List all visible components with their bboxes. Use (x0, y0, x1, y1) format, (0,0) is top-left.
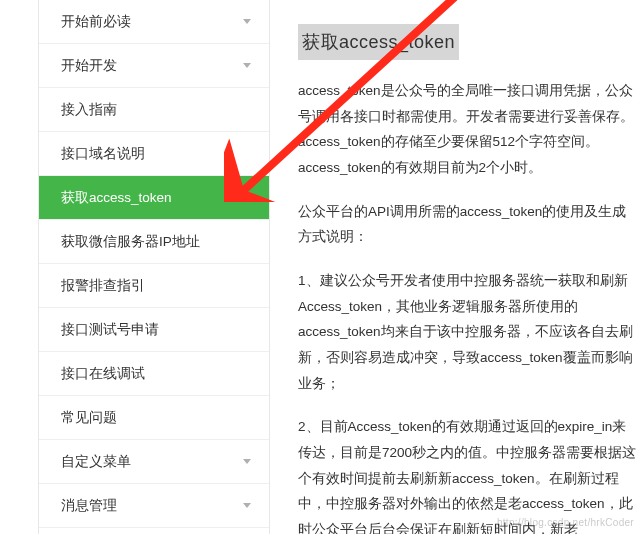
sidebar-item-label: 接口测试号申请 (61, 321, 159, 339)
sidebar-item-label: 报警排查指引 (61, 277, 145, 295)
sidebar-item-label: 接口在线调试 (61, 365, 145, 383)
intro-paragraph: access_token是公众号的全局唯一接口调用凭据，公众号调用各接口时都需使… (298, 78, 640, 181)
content-area: 获取access_token access_token是公众号的全局唯一接口调用… (270, 0, 640, 534)
page-title: 获取access_token (298, 24, 459, 60)
chevron-down-icon (243, 459, 251, 464)
sidebar-item-alarm-guide[interactable]: 报警排查指引 (39, 264, 269, 308)
chevron-down-icon (243, 63, 251, 68)
sidebar-nav: 开始前必读 开始开发 接入指南 接口域名说明 获取access_token 获取… (38, 0, 270, 534)
sidebar-item-start-dev[interactable]: 开始开发 (39, 44, 269, 88)
sidebar-item-label: 接入指南 (61, 101, 117, 119)
sidebar-item-faq[interactable]: 常见问题 (39, 396, 269, 440)
sidebar-item-label: 获取微信服务器IP地址 (61, 233, 200, 251)
sidebar-item-pre-reading[interactable]: 开始前必读 (39, 0, 269, 44)
sidebar-item-message-mgmt[interactable]: 消息管理 (39, 484, 269, 528)
sidebar-item-server-ip[interactable]: 获取微信服务器IP地址 (39, 220, 269, 264)
usage-heading: 公众平台的API调用所需的access_token的使用及生成方式说明： (298, 199, 640, 250)
sidebar-item-test-account[interactable]: 接口测试号申请 (39, 308, 269, 352)
sidebar-item-label: 开始开发 (61, 57, 117, 75)
chevron-down-icon (243, 19, 251, 24)
point-1: 1、建议公众号开发者使用中控服务器统一获取和刷新Access_token，其他业… (298, 268, 640, 396)
sidebar-item-custom-menu[interactable]: 自定义菜单 (39, 440, 269, 484)
watermark: http://blog.csdn.net/hrkCoder (497, 517, 634, 528)
sidebar-item-label: 获取access_token (61, 189, 172, 207)
sidebar-item-online-debug[interactable]: 接口在线调试 (39, 352, 269, 396)
sidebar-item-label: 消息管理 (61, 497, 117, 515)
sidebar-item-label: 开始前必读 (61, 13, 131, 31)
chevron-down-icon (243, 503, 251, 508)
sidebar-item-access-guide[interactable]: 接入指南 (39, 88, 269, 132)
sidebar-item-domain-desc[interactable]: 接口域名说明 (39, 132, 269, 176)
sidebar-item-web-dev[interactable]: 微信网页开发 (39, 528, 269, 534)
sidebar-item-label: 接口域名说明 (61, 145, 145, 163)
sidebar-item-access-token[interactable]: 获取access_token (39, 176, 269, 220)
sidebar-item-label: 常见问题 (61, 409, 117, 427)
sidebar-item-label: 自定义菜单 (61, 453, 131, 471)
